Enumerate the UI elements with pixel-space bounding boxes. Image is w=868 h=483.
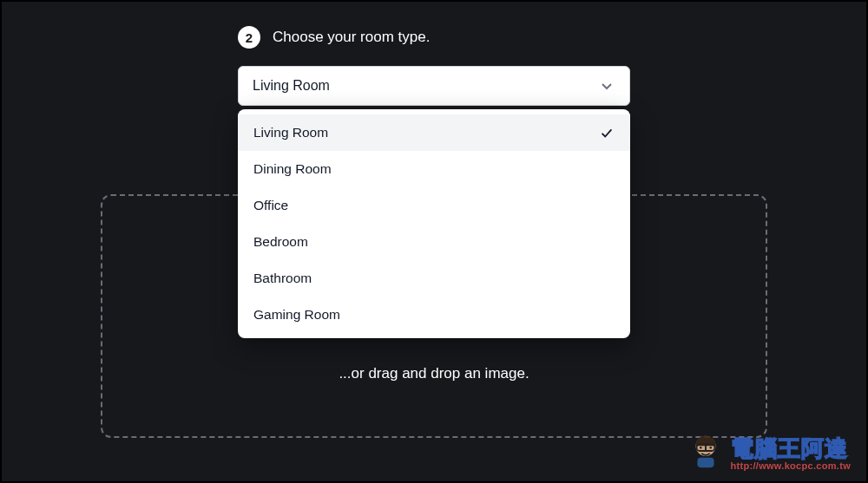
select-option[interactable]: Living Room (238, 114, 630, 151)
watermark-mascot-icon (686, 431, 726, 471)
room-type-select[interactable]: Living Room Living RoomDining RoomOffice… (238, 66, 630, 106)
step-number-badge: 2 (238, 26, 260, 49)
select-value: Living Room (253, 78, 330, 94)
svg-rect-5 (697, 458, 713, 468)
select-option[interactable]: Dining Room (238, 151, 630, 187)
select-option[interactable]: Gaming Room (238, 297, 630, 333)
select-option[interactable]: Bathroom (238, 260, 630, 297)
option-label: Dining Room (253, 161, 332, 177)
option-label: Bedroom (253, 234, 308, 250)
step-header: 2 Choose your room type. (238, 26, 630, 49)
check-icon (599, 125, 615, 140)
svg-point-4 (709, 447, 711, 448)
drag-drop-hint: ...or drag and drop an image. (339, 365, 529, 382)
option-label: Office (253, 198, 288, 213)
select-dropdown: Living RoomDining RoomOfficeBedroomBathr… (238, 109, 630, 338)
option-label: Gaming Room (253, 307, 340, 323)
select-option[interactable]: Bedroom (238, 224, 630, 260)
watermark: 電腦王阿達 http://www.kocpc.com.tw (686, 431, 852, 471)
chevron-down-icon (598, 77, 615, 95)
watermark-brand: 電腦王阿達 (731, 437, 852, 460)
svg-point-3 (700, 447, 701, 448)
option-label: Bathroom (253, 271, 312, 286)
step-title: Choose your room type. (273, 29, 430, 46)
select-trigger[interactable]: Living Room (238, 66, 630, 106)
watermark-url: http://www.kocpc.com.tw (731, 461, 852, 471)
select-option[interactable]: Office (238, 187, 630, 224)
option-label: Living Room (253, 125, 328, 140)
